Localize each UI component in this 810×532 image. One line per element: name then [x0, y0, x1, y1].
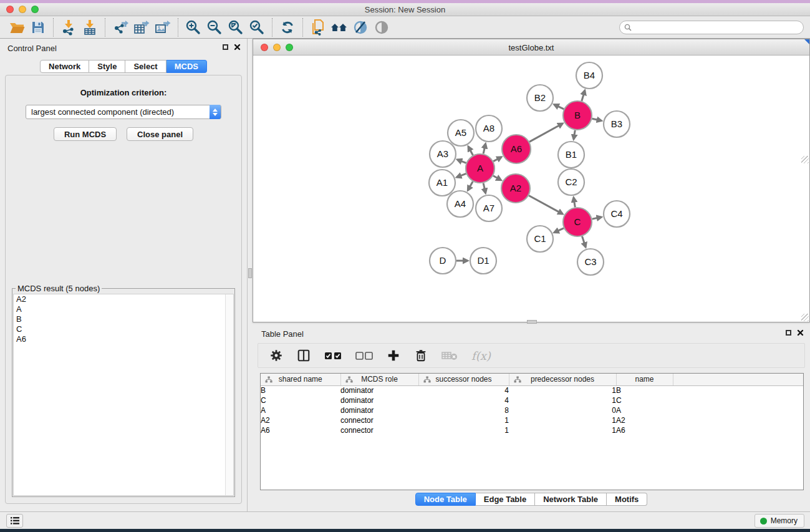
run-mcds-button[interactable]: Run MCDS: [54, 127, 117, 141]
table-cell[interactable]: A6: [261, 425, 340, 435]
import-network-button[interactable]: [58, 18, 79, 37]
task-history-button[interactable]: [6, 514, 23, 528]
graph-node-D1[interactable]: D1: [470, 248, 496, 274]
graph-edge[interactable]: [483, 143, 486, 153]
table-cell[interactable]: B: [616, 385, 673, 395]
graph-node-A5[interactable]: A5: [448, 120, 474, 146]
table-cell[interactable]: connector: [340, 415, 418, 425]
table-row[interactable]: A2connector11A2: [261, 415, 803, 425]
float-panel-icon[interactable]: [223, 44, 228, 50]
tab-style[interactable]: Style: [89, 60, 125, 73]
table-row[interactable]: Cdominator41C: [261, 395, 803, 405]
network-canvas-area[interactable]: B4B2BB3A5A8A6B1A3AC2A1A2A4A7C4CC1C3DD1: [253, 56, 809, 322]
refresh-button[interactable]: [277, 18, 298, 37]
table-cell[interactable]: dominator: [340, 405, 418, 415]
table-row[interactable]: A6connector11A6: [261, 425, 803, 435]
mcds-result-item[interactable]: C: [14, 324, 233, 334]
col-successor-nodes[interactable]: successor nodes: [418, 374, 509, 385]
zoom-in-button[interactable]: [183, 18, 204, 37]
col-mcds-role[interactable]: MCDS role: [340, 374, 418, 385]
export-image-button[interactable]: [152, 18, 173, 37]
graph-edge[interactable]: [493, 157, 501, 162]
graph-node-B[interactable]: B: [563, 101, 592, 130]
graph-node-C4[interactable]: C4: [604, 201, 630, 227]
graph-node-A[interactable]: A: [466, 154, 494, 183]
close-panel-icon[interactable]: [797, 329, 804, 336]
table-cell[interactable]: 0: [509, 405, 616, 415]
first-neighbors-button[interactable]: [329, 18, 350, 37]
graph-edge[interactable]: [582, 90, 585, 101]
graph-node-A1[interactable]: A1: [429, 170, 455, 196]
mcds-result-list[interactable]: A2ABCA6: [13, 294, 234, 496]
graph-edge[interactable]: [456, 173, 466, 177]
table-cell[interactable]: 4: [418, 395, 509, 405]
table-settings-button[interactable]: [269, 349, 283, 362]
mcds-result-item[interactable]: A2: [14, 294, 233, 304]
graph-edge[interactable]: [574, 198, 575, 208]
save-session-button[interactable]: [27, 18, 49, 37]
network-window-titlebar[interactable]: testGlobe.txt: [253, 39, 809, 56]
graph-edge[interactable]: [468, 181, 473, 190]
tab-network[interactable]: Network: [40, 60, 89, 73]
float-panel-icon[interactable]: [786, 330, 791, 336]
table-cell[interactable]: A2: [261, 415, 340, 425]
table-cell[interactable]: dominator: [340, 385, 418, 395]
graph-edge[interactable]: [592, 118, 601, 120]
detach-corner-icon[interactable]: [804, 39, 809, 44]
table-cell[interactable]: 1: [509, 395, 616, 405]
add-row-button[interactable]: [387, 349, 400, 362]
graph-edge[interactable]: [493, 176, 501, 180]
tab-node-table[interactable]: Node Table: [415, 493, 476, 506]
table-cell[interactable]: 1: [418, 415, 509, 425]
graph-edge[interactable]: [592, 217, 602, 219]
open-session-button[interactable]: [6, 18, 27, 37]
col-name[interactable]: name: [616, 374, 673, 385]
graph-node-A8[interactable]: A8: [476, 115, 502, 142]
graph-edge[interactable]: [554, 228, 564, 233]
table-row[interactable]: Bdominator41B: [261, 385, 803, 395]
zoom-out-button[interactable]: [204, 18, 225, 37]
graph-node-B3[interactable]: B3: [604, 111, 630, 137]
mcds-result-item[interactable]: B: [14, 314, 233, 324]
graph-node-D[interactable]: D: [430, 248, 456, 274]
select-all-rows-button[interactable]: [324, 352, 342, 360]
result-scrollbar[interactable]: [225, 294, 233, 495]
graph-edge[interactable]: [529, 195, 562, 214]
graph-node-B2[interactable]: B2: [527, 85, 553, 111]
import-table-button[interactable]: [79, 18, 100, 37]
table-cell[interactable]: C: [616, 395, 673, 405]
graph-node-C1[interactable]: C1: [527, 226, 553, 252]
optimization-criterion-select[interactable]: largest connected component (directed): [26, 105, 221, 119]
graph-edge[interactable]: [483, 183, 486, 193]
function-builder-button[interactable]: f(x): [471, 349, 491, 362]
tab-mcds[interactable]: MCDS: [166, 60, 207, 73]
table-cell[interactable]: A6: [616, 425, 673, 435]
table-cell[interactable]: connector: [340, 425, 418, 435]
table-cell[interactable]: 1: [509, 415, 616, 425]
graph-node-A4[interactable]: A4: [447, 191, 473, 217]
graph-edge[interactable]: [554, 105, 564, 109]
graph-node-B4[interactable]: B4: [576, 62, 602, 89]
delete-rows-button[interactable]: [414, 349, 428, 362]
table-cell[interactable]: 1: [418, 425, 509, 435]
tab-network-table[interactable]: Network Table: [535, 493, 607, 506]
horizontal-splitter-handle[interactable]: [527, 320, 537, 324]
graph-node-C3[interactable]: C3: [577, 249, 604, 275]
table-cell[interactable]: C: [261, 395, 340, 405]
search-input[interactable]: [619, 21, 804, 34]
mcds-result-item[interactable]: A: [14, 304, 233, 314]
mcds-result-item[interactable]: A6: [14, 334, 233, 344]
graph-edge[interactable]: [574, 130, 575, 140]
graph-node-C[interactable]: C: [563, 208, 592, 236]
graph-node-A3[interactable]: A3: [430, 141, 456, 167]
close-panel-button[interactable]: Close panel: [127, 127, 193, 141]
graph-edge[interactable]: [582, 236, 586, 247]
memory-button[interactable]: Memory: [755, 514, 804, 528]
table-row[interactable]: Adominator80A: [261, 405, 803, 415]
col-predecessor-nodes[interactable]: predecessor nodes: [509, 374, 616, 385]
graph-edge[interactable]: [529, 123, 562, 142]
close-panel-icon[interactable]: [234, 44, 241, 51]
column-selector-button[interactable]: [297, 349, 311, 362]
graph-edge[interactable]: [468, 147, 473, 155]
export-table-button[interactable]: [131, 18, 152, 37]
